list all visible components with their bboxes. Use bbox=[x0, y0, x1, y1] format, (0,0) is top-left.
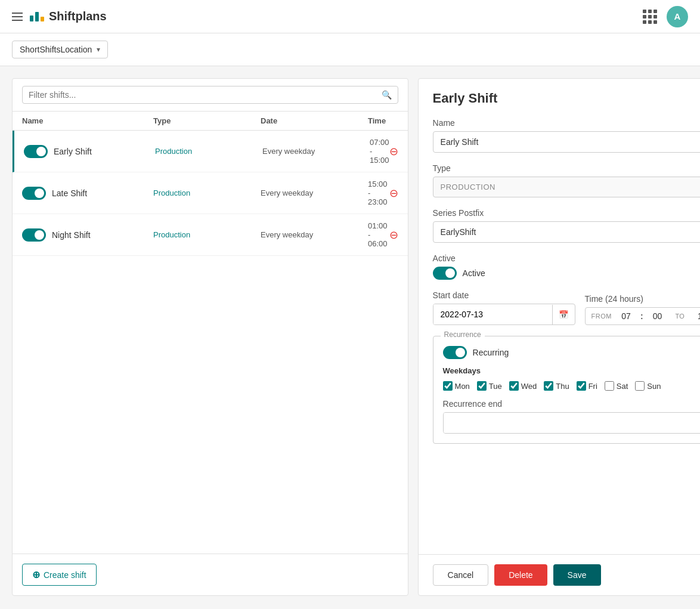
shift-toggle-3[interactable] bbox=[22, 228, 46, 242]
avatar[interactable]: A bbox=[667, 6, 688, 27]
search-input[interactable] bbox=[29, 90, 377, 100]
form-group-series: Series Postfix bbox=[433, 208, 700, 243]
calendar-icon-button[interactable]: 📅 bbox=[552, 305, 575, 324]
recurrence-end-input[interactable] bbox=[444, 413, 700, 433]
location-select[interactable]: ShortShiftsLocation ▾ bbox=[12, 41, 108, 58]
shift-date-2: Every weekday bbox=[261, 188, 368, 197]
start-date-label: Start date bbox=[433, 290, 575, 300]
table-row[interactable]: Late Shift Production Every weekday 15:0… bbox=[13, 172, 408, 214]
col-name: Name bbox=[22, 116, 153, 125]
location-label: ShortShiftsLocation bbox=[20, 45, 92, 54]
shift-time-3: 01:00 - 06:00 bbox=[368, 221, 389, 248]
search-input-wrap[interactable]: 🔍 bbox=[22, 86, 398, 104]
weekday-checkbox-wed[interactable] bbox=[509, 381, 519, 391]
weekday-checkbox-fri[interactable] bbox=[577, 381, 586, 391]
table-header: Name Type Date Time bbox=[13, 112, 408, 131]
delete-button[interactable]: Delete bbox=[494, 564, 547, 586]
logo-bar1 bbox=[30, 16, 33, 21]
recurring-row: Recurring bbox=[443, 346, 700, 359]
recurrence-box: Recurrence Recurring Weekdays Mon Tue bbox=[433, 336, 700, 444]
shift-date-3: Every weekday bbox=[261, 230, 368, 239]
weekday-tue: Tue bbox=[477, 381, 502, 391]
delete-icon-3[interactable]: ⊖ bbox=[389, 228, 398, 242]
shift-name-2: Late Shift bbox=[52, 188, 87, 198]
form-group-name: Name bbox=[433, 118, 700, 153]
recurring-toggle[interactable] bbox=[443, 346, 467, 359]
recurrence-end-label: Recurrence end bbox=[443, 399, 700, 409]
active-label: Active bbox=[433, 254, 700, 263]
col-type: Type bbox=[153, 116, 261, 125]
shifts-list: Early Shift Production Every weekday 07:… bbox=[13, 131, 408, 554]
weekday-checkbox-sun[interactable] bbox=[635, 381, 645, 391]
date-group: Start date 📅 bbox=[433, 290, 575, 325]
weekday-wed: Wed bbox=[509, 381, 537, 391]
shift-toggle-2[interactable] bbox=[22, 187, 46, 200]
weekday-sun: Sun bbox=[635, 381, 661, 391]
time-cell-1: 07:00 - 15:00 ⊖ bbox=[370, 138, 398, 165]
table-row[interactable]: Night Shift Production Every weekday 01:… bbox=[13, 214, 408, 256]
recurrence-legend: Recurrence bbox=[441, 330, 485, 339]
time-group: Time (24 hours) FROM : TO : bbox=[585, 294, 700, 325]
shift-name-1: Early Shift bbox=[54, 147, 92, 156]
time-to-h[interactable] bbox=[692, 311, 700, 321]
search-icon: 🔍 bbox=[382, 90, 392, 100]
logo-bar3 bbox=[41, 17, 44, 21]
delete-icon-2[interactable]: ⊖ bbox=[389, 187, 398, 200]
weekday-label-tue: Tue bbox=[489, 382, 502, 391]
weekday-label-wed: Wed bbox=[521, 382, 537, 391]
logo-bar2 bbox=[35, 12, 39, 21]
series-postfix-label: Series Postfix bbox=[433, 208, 700, 218]
shift-toggle-1[interactable] bbox=[24, 145, 48, 158]
from-label: FROM bbox=[591, 313, 612, 320]
save-button[interactable]: Save bbox=[553, 564, 601, 586]
time-from-m[interactable] bbox=[647, 311, 668, 321]
weekday-label-sun: Sun bbox=[647, 382, 661, 391]
type-label: Type bbox=[433, 163, 700, 173]
recurring-label: Recurring bbox=[473, 348, 509, 357]
delete-icon-1[interactable]: ⊖ bbox=[389, 145, 398, 158]
time-label: Time (24 hours) bbox=[585, 294, 700, 304]
header-left: Shiftplans bbox=[12, 10, 107, 23]
time-row: FROM : TO : bbox=[585, 307, 700, 325]
series-postfix-input[interactable] bbox=[433, 221, 700, 243]
name-label: Name bbox=[433, 118, 700, 128]
shift-name-cell: Night Shift bbox=[22, 228, 153, 242]
name-input[interactable] bbox=[433, 131, 700, 153]
grid-icon[interactable] bbox=[643, 10, 657, 24]
time-cell-2: 15:00 - 23:00 ⊖ bbox=[368, 180, 398, 206]
time-from-h[interactable] bbox=[615, 311, 637, 321]
recurrence-end-wrap: 📅 bbox=[443, 412, 700, 434]
weekday-label-sat: Sat bbox=[617, 382, 628, 391]
chevron-down-icon: ▾ bbox=[97, 45, 100, 54]
table-row[interactable]: Early Shift Production Every weekday 07:… bbox=[13, 131, 408, 172]
right-panel: Early Shift Name Type Series Postfix Act… bbox=[418, 78, 700, 596]
sub-header: ShortShiftsLocation ▾ bbox=[0, 33, 700, 66]
shift-time-1: 07:00 - 15:00 bbox=[370, 138, 389, 165]
weekday-mon: Mon bbox=[443, 381, 470, 391]
weekday-label-mon: Mon bbox=[455, 382, 470, 391]
date-time-row: Start date 📅 Time (24 hours) FROM : TO bbox=[433, 290, 700, 325]
right-panel-content: Early Shift Name Type Series Postfix Act… bbox=[419, 79, 700, 554]
active-toggle[interactable] bbox=[433, 267, 457, 280]
shift-name-cell: Late Shift bbox=[22, 187, 153, 200]
type-input[interactable] bbox=[433, 177, 700, 197]
hamburger-icon[interactable] bbox=[12, 13, 23, 21]
left-panel-footer: ⊕ Create shift bbox=[13, 554, 408, 595]
active-toggle-label: Active bbox=[463, 268, 485, 278]
date-input-wrap: 📅 bbox=[433, 304, 575, 325]
start-date-input[interactable] bbox=[433, 304, 552, 324]
shift-type-1: Production bbox=[155, 147, 262, 156]
form-group-active: Active Active bbox=[433, 254, 700, 280]
cancel-button[interactable]: Cancel bbox=[433, 564, 489, 586]
weekday-checkbox-tue[interactable] bbox=[477, 381, 487, 391]
weekday-label-fri: Fri bbox=[589, 382, 597, 391]
create-shift-button[interactable]: ⊕ Create shift bbox=[22, 564, 97, 586]
header-right: A bbox=[643, 6, 688, 27]
weekday-label-thu: Thu bbox=[556, 382, 569, 391]
left-panel: 🔍 Name Type Date Time Early Shift Produc… bbox=[12, 78, 408, 596]
weekday-checkbox-mon[interactable] bbox=[443, 381, 453, 391]
weekday-checkbox-sat[interactable] bbox=[605, 381, 614, 391]
time-sep-from: : bbox=[640, 311, 643, 321]
active-row: Active bbox=[433, 267, 700, 280]
weekday-checkbox-thu[interactable] bbox=[544, 381, 553, 391]
